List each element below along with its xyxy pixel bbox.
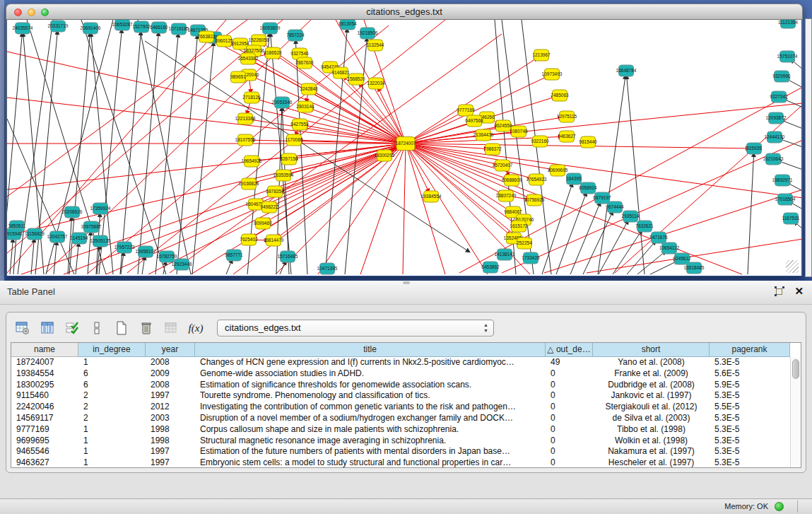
graph-edge bbox=[406, 144, 488, 274]
column-header-pagerank[interactable]: pagerank bbox=[710, 343, 790, 357]
table-row[interactable]: 946554611997Estimation of the future num… bbox=[11, 446, 801, 457]
table-cell: Franke et al. (2009) bbox=[593, 368, 710, 380]
graph-node-label: 1568520 bbox=[347, 76, 365, 81]
graph-node-label: 989651 bbox=[230, 74, 246, 79]
scrollbar-thumb[interactable] bbox=[792, 359, 799, 379]
table-cell: Tibbo et al. (1998) bbox=[593, 424, 710, 436]
column-visibility-icon[interactable] bbox=[40, 320, 55, 336]
column-header-year[interactable]: year bbox=[146, 343, 195, 357]
graph-edge bbox=[226, 263, 230, 274]
table-row[interactable]: 1830029562008Estimation of significance … bbox=[11, 380, 801, 391]
table-cell: 2009 bbox=[146, 368, 195, 380]
graph-node-label: 2718126 bbox=[242, 95, 261, 100]
status-separator bbox=[797, 501, 798, 513]
graph-edge bbox=[797, 224, 802, 229]
table-row[interactable]: 977716911998Corpus callosum shape and si… bbox=[11, 424, 801, 436]
network-table-selector[interactable]: citations_edges.txt ▲▼ bbox=[217, 320, 494, 337]
splitter-handle[interactable] bbox=[403, 281, 410, 284]
graph-edge bbox=[138, 36, 158, 274]
graph-edge bbox=[792, 204, 802, 209]
edge-arrowhead bbox=[465, 248, 471, 253]
graph-node-label: 14138141 bbox=[495, 252, 515, 257]
network-view-window[interactable]: citations_edges.txt 24035574203317192069… bbox=[6, 4, 803, 276]
graph-edge bbox=[254, 120, 406, 144]
network-canvas[interactable]: 2403557420331719206914061065328715279026… bbox=[6, 20, 802, 276]
table-cell: 5.6E-5 bbox=[710, 368, 790, 380]
table-row[interactable]: 1456911722003Disruption of a novel membe… bbox=[11, 413, 801, 424]
graph-node-label: 16210643 bbox=[763, 156, 784, 161]
graph-edge bbox=[10, 243, 13, 274]
import-table-icon[interactable] bbox=[163, 320, 179, 336]
graph-node-label: 18327508 bbox=[244, 48, 264, 53]
graph-node-label: 164395 bbox=[566, 176, 582, 181]
graph-node-label: 9674444 bbox=[606, 204, 624, 209]
table-cell: 18300295 bbox=[11, 380, 78, 391]
graph-node-label: 17654923 bbox=[526, 177, 547, 182]
graph-node-label: 10973493 bbox=[542, 71, 563, 76]
table-row[interactable]: 1938455462009Genome-wide association stu… bbox=[11, 368, 801, 380]
float-panel-icon[interactable] bbox=[775, 286, 784, 296]
graph-node-label: 8960125 bbox=[215, 38, 233, 43]
table-cell: 6 bbox=[78, 368, 146, 380]
table-row[interactable]: 1872400712008Changes of HCN gene express… bbox=[11, 357, 801, 368]
graph-node-label: 7857224 bbox=[286, 33, 305, 37]
table-row[interactable]: 911546021997Tourette syndrome. Phenomeno… bbox=[11, 390, 801, 402]
graph-edge bbox=[781, 162, 802, 170]
graph-node-label: 8058924 bbox=[579, 185, 597, 190]
column-header-short[interactable]: short bbox=[593, 343, 710, 357]
table-cell: 1 bbox=[78, 457, 146, 468]
column-header-in_degree[interactable]: in_degree bbox=[78, 343, 146, 357]
resize-grip-icon[interactable] bbox=[786, 260, 799, 273]
table-cell: 2 bbox=[78, 413, 146, 424]
function-builder-icon[interactable]: f(x) bbox=[188, 320, 204, 336]
table-cell: 0 bbox=[546, 380, 593, 391]
graph-node-label: 1527902 bbox=[132, 24, 151, 29]
graph-node-label: 10719185 bbox=[169, 26, 189, 31]
memory-status-label: Memory: OK bbox=[724, 499, 768, 514]
column-header-name[interactable]: name bbox=[11, 343, 78, 357]
graph-edge bbox=[650, 262, 674, 274]
desktop-background: citations_edges.txt 24035574203317192069… bbox=[0, 0, 812, 281]
graph-edge bbox=[794, 62, 802, 69]
graph-edge bbox=[76, 247, 78, 274]
graph-edge bbox=[502, 140, 802, 273]
column-header-title[interactable]: title bbox=[195, 343, 546, 357]
graph-node-label: 12042757 bbox=[47, 234, 68, 239]
table-cell: 9777169 bbox=[11, 424, 78, 436]
table-row[interactable]: 946362711997Embryonic stem cells: a mode… bbox=[11, 457, 801, 468]
table-row[interactable]: 969969511998Structural magnetic resonanc… bbox=[11, 436, 801, 447]
graph-node-label: 18107553 bbox=[235, 137, 256, 142]
network-graph[interactable]: 2403557420331719206914061065328715279026… bbox=[7, 20, 802, 276]
graph-edge bbox=[790, 185, 802, 191]
table-scrollbar[interactable] bbox=[790, 357, 801, 467]
graph-node-label: 3624554 bbox=[494, 123, 512, 128]
table-cell: 22420046 bbox=[11, 402, 78, 413]
pane-mode-icon[interactable] bbox=[89, 320, 105, 336]
delete-table-icon[interactable] bbox=[139, 320, 154, 336]
close-panel-icon[interactable]: ✕ bbox=[794, 286, 804, 296]
graph-node-label: 18807249 bbox=[496, 193, 517, 198]
table-row[interactable]: 2242004622012Investigating the contribut… bbox=[11, 402, 801, 413]
row-selection-icon[interactable] bbox=[64, 320, 80, 336]
table-cell: 49 bbox=[546, 357, 593, 368]
graph-node-label: 16782759 bbox=[157, 254, 177, 259]
graph-edge bbox=[54, 245, 57, 274]
graph-node-label: 15716485 bbox=[278, 254, 298, 259]
new-table-icon[interactable] bbox=[114, 320, 129, 336]
graph-node-label: 17957223 bbox=[114, 245, 135, 250]
graph-node-label: 24035574 bbox=[13, 25, 33, 30]
network-table-selector-value: citations_edges.txt bbox=[225, 322, 301, 333]
graph-node-label: 16648784 bbox=[616, 68, 637, 73]
window-titlebar[interactable]: citations_edges.txt bbox=[6, 4, 803, 20]
table-settings-icon[interactable] bbox=[15, 320, 30, 336]
table-card: f(x) citations_edges.txt ▲▼ namein_degre… bbox=[6, 312, 806, 473]
graph-node-label: 1322034 bbox=[367, 81, 385, 86]
graph-node-label: 1733426 bbox=[522, 255, 540, 260]
table-cell: 2008 bbox=[146, 380, 195, 391]
table-cell: 5.3E-5 bbox=[710, 390, 790, 402]
graph-edge bbox=[192, 46, 213, 274]
graph-edge bbox=[7, 144, 406, 235]
graph-edge bbox=[406, 144, 517, 215]
column-header-out_de[interactable]: △ out_de… bbox=[546, 343, 593, 357]
graph-node-label: 12444130 bbox=[765, 134, 785, 139]
